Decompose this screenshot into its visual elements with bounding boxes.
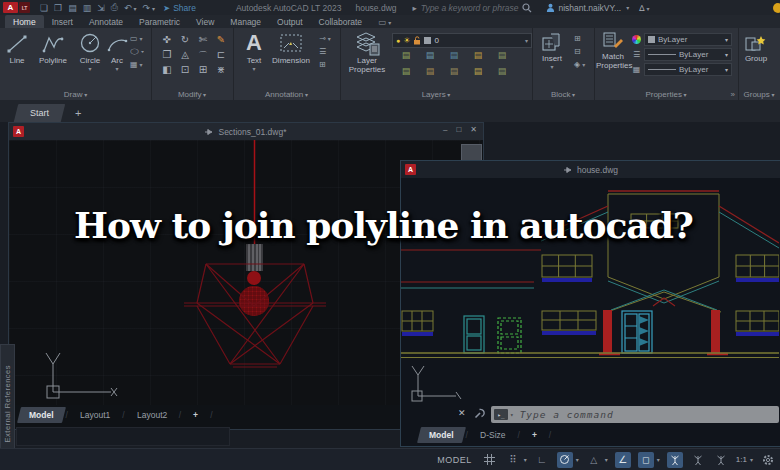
tab-manage[interactable]: Manage [222,15,269,28]
edit-block-icon[interactable]: ⊟ [574,47,585,56]
chevron-down-icon[interactable]: ▾ [605,456,608,463]
new-drawing-button[interactable]: + [75,107,81,119]
chevron-down-icon[interactable]: ▾ [576,456,579,463]
layer-tool-icon[interactable]: ▤ [466,50,490,66]
group-tool[interactable]: Group [741,32,771,63]
ribbon-display-toggle[interactable]: ▭ [370,15,399,28]
layout-tab-model[interactable]: Model [417,427,466,443]
user-account-menu[interactable]: nishant.naikVY... [546,3,629,13]
color-wheel-icon[interactable] [632,35,641,44]
layers-panel-label[interactable]: Layers [340,90,532,99]
scale-icon[interactable]: ⊡ [176,64,194,79]
match-properties-tool[interactable]: MatchProperties [596,30,630,70]
insert-block-tool[interactable]: Insert▾ [536,32,568,70]
create-block-icon[interactable]: ⊞ [574,34,585,43]
chevron-down-icon[interactable]: ▾ [525,37,528,44]
new-layout-button[interactable]: + [181,407,210,423]
search-input[interactable]: Type a keyword or phrase [421,3,519,13]
annotation-panel-label[interactable]: Annotation [233,90,340,99]
search-icon[interactable] [522,3,532,13]
copy-icon[interactable]: ❐ [158,49,176,64]
grid-display-icon[interactable] [482,452,498,468]
tab-output[interactable]: Output [269,15,311,28]
layer-tool-icon[interactable]: ▤ [466,66,490,82]
autoscale-icon[interactable] [690,452,706,468]
layer-properties-tool[interactable]: LayerProperties [346,30,388,74]
layer-color-swatch[interactable] [424,37,431,44]
chevron-down-icon[interactable]: ▾ [524,456,527,463]
dimension-tool[interactable]: Dimension [269,32,313,65]
lineweight-icon[interactable]: ☰ [633,50,640,59]
command-input[interactable]: ▸_ ▾ Type a command [491,406,779,423]
new-icon[interactable]: ❏ [40,3,48,13]
line-tool[interactable]: Line [3,32,31,65]
maximize-button[interactable]: □ [456,125,461,134]
block-attributes-icon[interactable]: ◈ [574,60,585,69]
offset-icon[interactable]: ⊏ [212,49,230,64]
external-references-palette-tab[interactable]: External References [0,344,15,464]
fillet-icon[interactable]: ⌒ [194,49,212,64]
stretch-icon[interactable]: ◧ [158,64,176,79]
layer-tool-icon[interactable]: ▤ [418,66,442,82]
layout-tab-layout2[interactable]: Layout2 [125,407,179,423]
osnap-tracking-icon[interactable]: ∠ [615,452,631,468]
text-tool[interactable]: A Text▾ [241,30,267,72]
layer-tool-icon[interactable]: ▤ [442,50,466,66]
save-as-icon[interactable]: ▥ [83,3,92,13]
annotation-scale-icon[interactable] [713,452,729,468]
minimize-button[interactable]: – [443,125,447,134]
leader-icon[interactable]: ⊸ [319,34,331,43]
table-icon[interactable]: ⊞ [319,60,331,69]
layout-tab-dsize[interactable]: D-Size [468,427,518,443]
close-button[interactable]: ✕ [470,125,477,134]
explode-icon[interactable]: ⋇ [212,64,230,79]
block-panel-label[interactable]: Block [532,90,594,99]
layer-tool-icon[interactable]: ▤ [490,66,514,82]
array-icon[interactable]: ⊞ [194,64,212,79]
autodesk-app-icon[interactable]: ∆ [639,3,649,13]
tab-view[interactable]: View [188,15,222,28]
sections-command-strip[interactable] [16,427,230,446]
open-icon[interactable]: ❐ [54,3,62,13]
layer-tool-icon[interactable]: ▤ [418,50,442,66]
layer-select[interactable]: ● ☀ 0 ▾ [392,33,532,48]
new-layout-button[interactable]: + [520,427,549,443]
isodraft-icon[interactable]: △ [586,452,602,468]
lineweight-select[interactable]: ByLayer ▾ [644,48,732,61]
model-space-button[interactable]: MODEL [437,455,472,465]
notification-icon[interactable] [773,3,780,13]
layer-unlock-icon[interactable] [413,36,421,45]
search-box[interactable]: ▸ Type a keyword or phrase [413,3,533,13]
tab-home[interactable]: Home [5,15,44,28]
print-icon[interactable]: ⎙ [111,2,118,13]
hatch-tool-icon[interactable]: ▦ [130,60,144,69]
snap-mode-icon[interactable]: ⠿ [505,452,521,468]
linetype-icon[interactable]: ▦ [633,65,641,74]
close-command-icon[interactable]: ✕ [458,408,466,418]
layer-tool-icon[interactable]: ▤ [490,50,514,66]
circle-tool[interactable]: Circle▾ [75,32,105,72]
erase-icon[interactable]: ✎ [212,34,230,49]
chevron-down-icon[interactable]: ▾ [657,456,660,463]
ellipse-tool-icon[interactable]: ◯ [130,48,144,54]
rotate-icon[interactable]: ↻ [176,34,194,49]
tab-annotate[interactable]: Annotate [81,15,131,28]
linetype-select[interactable]: ByLayer ▾ [644,63,732,76]
layer-tool-icon[interactable]: ▤ [394,66,418,82]
mirror-icon[interactable]: ◬ [176,49,194,64]
redo-icon[interactable]: ↷ [143,3,156,13]
layer-freeze-icon[interactable]: ☀ [403,36,410,45]
save-icon[interactable]: ▤ [68,3,77,13]
modify-panel-label[interactable]: Modify [151,90,233,99]
autocad-logo-icon[interactable]: A [3,2,18,13]
ortho-mode-icon[interactable]: ∟ [534,452,550,468]
layer-on-icon[interactable]: ● [396,37,400,44]
layer-tool-icon[interactable]: ▤ [394,50,418,66]
layout-tab-layout1[interactable]: Layout1 [68,407,122,423]
object-snap-icon[interactable]: ◻ [638,452,654,468]
polar-tracking-icon[interactable] [557,452,573,468]
customization-gear-icon[interactable] [760,452,776,468]
rectangle-tool-icon[interactable]: ▭ [130,34,144,43]
tab-parametric[interactable]: Parametric [131,15,188,28]
undo-icon[interactable]: ↶ [124,3,137,13]
